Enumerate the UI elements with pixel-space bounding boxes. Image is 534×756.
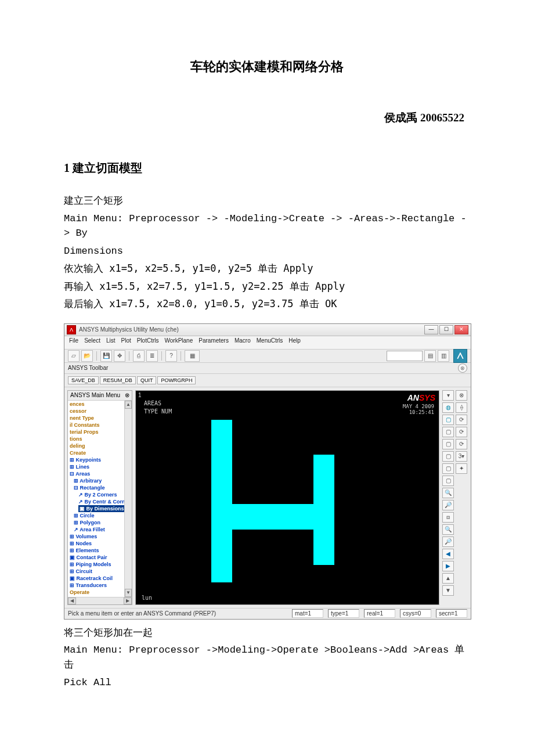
tree-item[interactable]: Create (68, 449, 132, 456)
tree-item-bydimensions[interactable]: ▣ By Dimensions (68, 505, 132, 512)
fit-view-icon[interactable]: ⊗ (456, 390, 467, 401)
status-real: real=1 (364, 609, 395, 618)
tree-item[interactable]: ences (68, 401, 132, 408)
toolbar-collapse-icon[interactable]: ⊗ (458, 363, 467, 373)
menu-select[interactable]: Select (84, 337, 100, 348)
tree-item-circuit[interactable]: ⊞ Circuit (68, 568, 132, 575)
tree-item-keypoints[interactable]: ⊞ Keypoints (68, 456, 132, 463)
rotate-xy-icon[interactable]: ⟳ (456, 415, 467, 425)
reset-view-icon[interactable]: ▥ (438, 350, 449, 362)
tree-item-by2corners[interactable]: ↗ By 2 Corners (68, 491, 132, 498)
front-view-icon[interactable]: ▢ (442, 415, 454, 425)
tree-item-bycentr[interactable]: ↗ By Centr & Cornr (68, 498, 132, 505)
tree-item[interactable]: tions (68, 435, 132, 442)
print-icon[interactable]: ⎙ (133, 350, 145, 362)
menu-plotctrls[interactable]: PlotCtrls (137, 337, 159, 348)
open-file-icon[interactable]: 📂 (81, 350, 93, 362)
dynamic-mode-icon[interactable]: ✦ (456, 463, 467, 474)
tree-item-areafillet[interactable]: ↗ Area Fillet (68, 526, 132, 533)
top-view-icon[interactable]: ▢ (442, 439, 454, 449)
back-view-icon[interactable]: ▢ (442, 451, 454, 462)
tree-item-arbitrary[interactable]: ⊞ Arbitrary (68, 477, 132, 484)
contour-icon[interactable]: ▦ (185, 350, 200, 362)
scroll-up-icon[interactable]: ▲ (125, 401, 132, 409)
tree-item-areas[interactable]: ⊟ Areas (68, 470, 132, 477)
status-mat: mat=1 (292, 609, 323, 618)
ansys-logo: ANSYS (407, 393, 435, 402)
main-menu-tree[interactable]: ences cessor nent Type il Constants teri… (68, 401, 132, 597)
window-layout-icon[interactable]: ▾ (442, 390, 454, 401)
menu-workplane[interactable]: WorkPlane (165, 337, 193, 348)
tree-item[interactable]: nent Type (68, 415, 132, 422)
tree-item[interactable]: il Constants (68, 422, 132, 429)
scroll-left-icon[interactable]: ◀ (68, 597, 76, 604)
pan-left-icon[interactable]: ◀ (442, 549, 454, 559)
tree-item-contactpair[interactable]: ▣ Contact Pair (68, 554, 132, 561)
tree-item[interactable]: cessor (68, 408, 132, 415)
menu-file[interactable]: File (69, 337, 78, 348)
pan-down-icon[interactable]: ▼ (442, 585, 454, 596)
report-icon[interactable]: ≣ (146, 350, 158, 362)
powrgrph-button[interactable]: POWRGRPH (157, 376, 196, 384)
save-db-button[interactable]: SAVE_DB (68, 376, 99, 384)
tree-vertical-scrollbar[interactable]: ▲ ▼ (124, 401, 132, 597)
tree-item-polygon[interactable]: ⊞ Polygon (68, 519, 132, 526)
iso-view-icon[interactable]: ◍ (442, 402, 454, 413)
oblique-view-icon[interactable]: ⟠ (456, 402, 467, 413)
tree-item-lines[interactable]: ⊞ Lines (68, 463, 132, 470)
tree-horizontal-scrollbar[interactable]: ◀ ▶ (68, 597, 132, 604)
tree-item-rectangle[interactable]: ⊟ Rectangle (68, 484, 132, 491)
tree-item-volumes[interactable]: ⊞ Volumes (68, 533, 132, 540)
minimize-button[interactable]: — (424, 325, 438, 334)
bottom-view-icon[interactable]: ▢ (442, 476, 454, 486)
body-text: 依次输入 x1=5, x2=5.5, y1=0, y2=5 单击 Apply (64, 261, 470, 276)
zoom-in-icon[interactable]: 🔍 (442, 488, 454, 498)
right-view-icon[interactable]: ▢ (442, 427, 454, 437)
zoom-window-icon[interactable]: 🔍 (442, 524, 454, 535)
save-icon[interactable]: 💾 (100, 350, 112, 362)
pan-up-icon[interactable]: ▲ (442, 573, 454, 584)
zoom-back-icon[interactable]: 🔎 (442, 537, 454, 547)
panel-collapse-icon[interactable]: ⊗ (125, 392, 129, 398)
tree-item-elements[interactable]: ⊞ Elements (68, 547, 132, 554)
tree-item-movemodify[interactable]: Move / Modify (68, 596, 132, 597)
resum-db-button[interactable]: RESUM_DB (100, 376, 136, 384)
area-rect-1 (211, 420, 232, 582)
rate-dropdown[interactable]: 3▾ (456, 451, 467, 462)
ansys-brand-icon[interactable] (453, 349, 467, 363)
rotate-xz-icon[interactable]: ⟳ (456, 439, 467, 449)
help-icon[interactable]: ? (165, 350, 177, 362)
raise-hidden-icon[interactable]: ▤ (424, 350, 436, 362)
quit-button[interactable]: QUIT (137, 376, 157, 384)
scroll-right-icon[interactable]: ▶ (124, 597, 132, 604)
close-button[interactable]: ✕ (454, 325, 468, 334)
graphics-viewport[interactable]: 1 AREAS TYPE NUM lun ANSYS MAY 4 2009 10… (135, 390, 439, 605)
tree-item-transducers[interactable]: ⊞ Transducers (68, 582, 132, 589)
tree-item-piping[interactable]: ⊞ Piping Models (68, 561, 132, 568)
pan-zoom-icon[interactable]: ✥ (114, 350, 125, 362)
menu-plot[interactable]: Plot (121, 337, 131, 348)
tree-item[interactable]: terial Props (68, 429, 132, 435)
tree-item-circle[interactable]: ⊞ Circle (68, 512, 132, 519)
box-zoom-icon[interactable]: ⧈ (442, 512, 454, 523)
tree-item-operate[interactable]: Operate (68, 589, 132, 596)
left-view-icon[interactable]: ▢ (442, 463, 454, 474)
menu-list[interactable]: List (106, 337, 116, 348)
toolbar-dropdown[interactable] (387, 351, 423, 361)
new-file-icon[interactable]: ▱ (68, 350, 80, 362)
tree-item[interactable]: deling (68, 442, 132, 449)
scroll-down-icon[interactable]: ▼ (125, 589, 132, 597)
zoom-out-icon[interactable]: 🔎 (442, 500, 454, 510)
rotate-yz-icon[interactable]: ⟳ (456, 427, 467, 437)
menu-parameters[interactable]: Parameters (199, 337, 229, 348)
ansys-toolbar-label: ANSYS Toolbar (68, 365, 108, 371)
ansys-toolbar-row: ANSYS Toolbar ⊗ (64, 363, 471, 374)
maximize-button[interactable]: ☐ (439, 325, 453, 334)
body-text: 再输入 x1=5.5, x2=7.5, y1=1.5, y2=2.25 单击 A… (64, 279, 470, 294)
pan-right-icon[interactable]: ▶ (442, 561, 454, 571)
tree-item-racetrack[interactable]: ▣ Racetrack Coil (68, 575, 132, 582)
menu-help[interactable]: Help (288, 337, 301, 348)
menu-macro[interactable]: Macro (234, 337, 251, 348)
tree-item-nodes[interactable]: ⊞ Nodes (68, 540, 132, 547)
menu-menuctrls[interactable]: MenuCtrls (257, 337, 283, 348)
